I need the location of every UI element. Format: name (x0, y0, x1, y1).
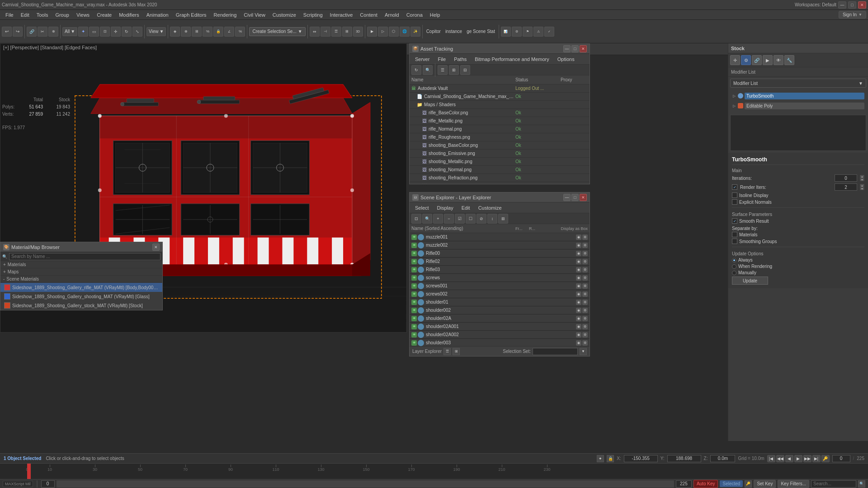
se-select-menu[interactable]: Select (411, 204, 433, 211)
ts-render-iters-input[interactable] (835, 183, 857, 191)
asset-row[interactable]: 🖼shooting_Emissive.pngOk (410, 150, 590, 158)
se-visibility-btn[interactable]: 👁 (411, 324, 417, 329)
extra-btn3[interactable]: ⚠ (533, 27, 543, 37)
search-btn[interactable]: 🔍 (858, 480, 865, 488)
y-coord-input[interactable] (667, 455, 701, 462)
transform-lock-btn[interactable]: ✦ (597, 455, 604, 462)
se-row-icon1[interactable]: ◉ (576, 259, 581, 264)
angle-snap-btn[interactable]: ∠ (224, 27, 234, 37)
asset-row[interactable]: 🖼rifle_Normal.pngOk (410, 125, 590, 133)
ts-always-radio[interactable] (732, 258, 736, 263)
se-footer-btn2[interactable]: ⊞ (453, 348, 460, 355)
scene-explorer-row[interactable]: 👁screws001◉⚙ (410, 282, 590, 290)
next-frame-btn[interactable]: ▶▶ (803, 455, 811, 462)
se-deselect-btn[interactable]: ☐ (466, 214, 476, 224)
scale-btn[interactable]: ⤡ (132, 27, 142, 37)
asset-maximize-btn[interactable]: □ (571, 45, 579, 52)
se-visibility-btn[interactable]: 👁 (411, 332, 417, 338)
turbosmooth-item[interactable]: TurboSmooth (745, 93, 864, 99)
se-row-icon1[interactable]: ◉ (576, 243, 581, 248)
scene-explorer-row[interactable]: 👁shoulder02A◉⚙ (410, 314, 590, 323)
ts-render-iters-checkbox[interactable] (732, 184, 737, 190)
ts-isoline-check[interactable] (732, 192, 737, 198)
se-remove-btn[interactable]: − (444, 214, 454, 224)
menu-rendering[interactable]: Rendering (210, 11, 241, 19)
se-row-icon1[interactable]: ◉ (576, 235, 581, 240)
ts-iter-down-btn[interactable]: ▼ (860, 178, 864, 181)
se-row-icon2[interactable]: ⚙ (582, 291, 588, 297)
key-filter-icon[interactable]: 🔑 (745, 480, 752, 488)
asset-row[interactable]: 📄Carnival_Shooting_Game_Machine_max_vray… (410, 93, 590, 101)
mat-item[interactable]: Sideshow_1889_Shooting_Gallery_shooting_… (0, 292, 162, 301)
prev-key-btn[interactable]: ◀◀ (776, 455, 784, 462)
asset-server-tab[interactable]: Server (411, 56, 433, 63)
undo-btn[interactable]: ↩ (2, 27, 12, 37)
se-row-icon1[interactable]: ◉ (576, 267, 581, 272)
select-region-btn[interactable]: ▭ (89, 27, 99, 37)
mat-item[interactable]: Sideshow_1889_Shooting_Gallery_rifle_MAT… (0, 283, 162, 292)
render-setup-btn[interactable]: ▶ (367, 27, 377, 37)
menu-customize[interactable]: Customize (269, 11, 300, 19)
se-row-icon1[interactable]: ◉ (576, 291, 581, 297)
motion-panel-btn[interactable]: ▶ (763, 55, 773, 65)
se-filter-btn[interactable]: ⊡ (411, 214, 421, 224)
scene-explorer-row[interactable]: 👁shoulder003◉⚙ (410, 339, 590, 346)
menu-tools[interactable]: Tools (33, 11, 52, 19)
go-end-btn[interactable]: ▶| (812, 455, 821, 462)
asset-row[interactable]: 🖼shooting_BaseColor.pngOk (410, 141, 590, 150)
ts-explicit-check[interactable] (732, 199, 737, 205)
scene-explorer-row[interactable]: 👁Rifle03◉⚙ (410, 266, 590, 274)
extra-btn1[interactable]: ⚙ (512, 27, 522, 37)
se-visibility-btn[interactable]: 👁 (411, 283, 417, 289)
prev-frame-btn[interactable]: ◀ (785, 455, 793, 462)
se-visibility-btn[interactable]: 👁 (411, 316, 417, 321)
scene-explorer-row[interactable]: 👁muzzle001◉⚙ (410, 233, 590, 241)
go-start-btn[interactable]: |◀ (767, 455, 775, 462)
se-row-icon2[interactable]: ⚙ (582, 332, 588, 338)
key-filters-btn[interactable]: Key Filters... (778, 480, 809, 488)
asset-row[interactable]: 🖼rifle_BaseColor.pngOk (410, 109, 590, 117)
menu-edit[interactable]: Edit (17, 11, 33, 19)
scene-explorer-row[interactable]: 👁screws002◉⚙ (410, 290, 590, 298)
scene-stat-btn[interactable]: 📊 (501, 27, 511, 37)
asset-row[interactable]: 🖼shooting_Normal.pngOk (410, 166, 590, 174)
menu-views[interactable]: Views (73, 11, 93, 19)
se-row-icon2[interactable]: ⚙ (582, 259, 588, 264)
asset-detail-btn[interactable]: ⊞ (449, 65, 459, 75)
menu-graph-editors[interactable]: Graph Editors (172, 11, 210, 19)
se-row-icon1[interactable]: ◉ (576, 275, 581, 281)
modify-panel-btn[interactable]: ⚙ (741, 55, 751, 65)
current-frame-input[interactable] (832, 455, 850, 462)
mirror-btn[interactable]: ⇔ (310, 27, 320, 37)
se-invert-btn[interactable]: ⊘ (476, 214, 486, 224)
unlink-btn[interactable]: ✂ (38, 27, 47, 37)
grid-btn[interactable]: ⊞ (342, 27, 352, 37)
scene-explorer-row[interactable]: 👁shoulder002◉⚙ (410, 306, 590, 314)
create-panel-btn[interactable]: ✛ (730, 55, 740, 65)
bind-space-warp-btn[interactable]: ⊕ (48, 27, 58, 37)
se-visibility-btn[interactable]: 👁 (411, 275, 417, 281)
se-visibility-btn[interactable]: 👁 (411, 300, 417, 305)
se-visibility-btn[interactable]: 👁 (411, 259, 417, 264)
asset-refresh-btn[interactable]: ↻ (411, 65, 421, 75)
menu-help[interactable]: Help (426, 11, 444, 19)
view3d-btn[interactable]: 3D (353, 27, 363, 37)
scene-explorer-row[interactable]: 👁shoulder02A001◉⚙ (410, 323, 590, 331)
asset-bitmap-tab[interactable]: Bitmap Performance and Memory (471, 56, 552, 63)
se-row-icon2[interactable]: ⚙ (582, 235, 588, 240)
menu-content[interactable]: Content (356, 11, 381, 19)
asset-row[interactable]: 🖼shooting_Refraction.pngOk (410, 174, 590, 182)
filter-dropdown[interactable]: All ▼ (62, 27, 77, 36)
layer-btn[interactable]: ☰ (331, 27, 341, 37)
se-row-icon2[interactable]: ⚙ (582, 308, 588, 313)
ts-iter-up-btn[interactable]: ▲ (860, 175, 864, 178)
se-row-icon2[interactable]: ⚙ (582, 243, 588, 248)
ts-iterations-input[interactable] (835, 174, 857, 182)
asset-row[interactable]: 🖼shooting_Roughness.pngOk (410, 182, 590, 184)
menu-scripting[interactable]: Scripting (300, 11, 326, 19)
tl-scroll-bar[interactable] (57, 480, 674, 488)
ts-update-btn[interactable]: Update (732, 277, 768, 285)
editable-poly-item[interactable]: Editable Poly (745, 103, 864, 109)
se-row-icon2[interactable]: ⚙ (582, 275, 588, 281)
autokey-btn[interactable]: Auto Key (693, 480, 718, 488)
